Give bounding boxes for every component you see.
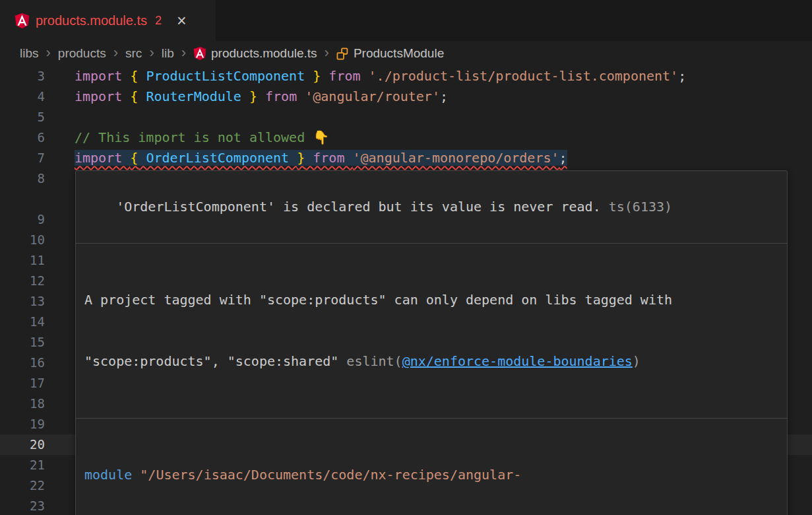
line-number[interactable]: 18 xyxy=(0,394,45,414)
chevron-right-icon: › xyxy=(46,46,51,60)
breadcrumb-item-symbol[interactable]: ProductsModule xyxy=(354,46,444,61)
line-number[interactable]: 10 xyxy=(0,230,45,250)
eslint-rule-link[interactable]: @nx/enforce-module-boundaries xyxy=(402,353,633,369)
module-info: module "/Users/isaac/Documents/code/nx-r… xyxy=(76,419,787,515)
breadcrumb-item-lib[interactable]: lib xyxy=(162,46,174,61)
line-number[interactable]: 7 xyxy=(0,148,45,168)
line-number[interactable]: 19 xyxy=(0,414,45,434)
line-number[interactable]: 14 xyxy=(0,312,45,332)
module-keyword: module xyxy=(84,467,140,483)
eslint-text-line2: "scope:products", "scope:shared" xyxy=(84,353,346,369)
breadcrumb-item-src[interactable]: src xyxy=(125,46,142,61)
line-number[interactable]: 11 xyxy=(0,250,45,271)
line-number[interactable]: 4 xyxy=(0,86,45,107)
diagnostic-ts-message: 'OrderListComponent' is declared but its… xyxy=(76,171,787,243)
code-line[interactable]: 7import { OrderListComponent } from '@an… xyxy=(0,148,812,168)
line-number[interactable]: 23 xyxy=(0,496,45,515)
chevron-right-icon: › xyxy=(325,46,329,60)
code-content: // This import is not allowed 👇 xyxy=(75,127,812,148)
diagnostic-eslint-message: A project tagged with "scope:products" c… xyxy=(76,244,787,418)
chevron-right-icon: › xyxy=(113,46,118,60)
line-number[interactable]: 21 xyxy=(0,455,45,475)
code-content: import { OrderListComponent } from '@ang… xyxy=(75,148,812,168)
line-number[interactable] xyxy=(0,189,45,209)
line-number[interactable]: 13 xyxy=(0,291,45,312)
line-number[interactable]: 15 xyxy=(0,332,45,353)
error-squiggle: import { OrderListComponent } from '@ang… xyxy=(75,150,567,166)
line-number[interactable]: 8 xyxy=(0,168,45,189)
diagnostic-text: 'OrderListComponent' is declared but its… xyxy=(116,199,601,215)
code-content: import { RouterModule } from '@angular/r… xyxy=(75,86,812,107)
line-number[interactable]: 3 xyxy=(0,66,45,86)
line-number[interactable]: 6 xyxy=(0,127,45,148)
line-number[interactable]: 22 xyxy=(0,475,45,496)
breadcrumb-item-file[interactable]: products.module.ts xyxy=(211,46,317,61)
breadcrumb-item-products[interactable]: products xyxy=(58,46,106,61)
chevron-right-icon: › xyxy=(149,46,154,60)
diagnostic-code: ts(6133) xyxy=(601,199,672,215)
tab-products-module[interactable]: products.module.ts 2 × xyxy=(0,0,216,41)
eslint-source-close: ) xyxy=(633,353,640,369)
angular-icon xyxy=(15,13,30,29)
breadcrumb-item-libs[interactable]: libs xyxy=(20,46,39,61)
tab-label: products.module.ts xyxy=(36,13,147,28)
tab-bar: products.module.ts 2 × xyxy=(0,0,812,41)
code-line[interactable]: 6// This import is not allowed 👇 xyxy=(0,127,812,148)
hover-widget: 'OrderListComponent' is declared but its… xyxy=(75,170,788,515)
line-number[interactable]: 16 xyxy=(0,353,45,373)
line-number[interactable]: 17 xyxy=(0,373,45,394)
code-line[interactable]: 3import { ProductListComponent } from '.… xyxy=(0,66,812,86)
close-icon[interactable]: × xyxy=(177,13,187,29)
line-number[interactable]: 12 xyxy=(0,271,45,291)
line-number[interactable]: 5 xyxy=(0,107,45,127)
line-number[interactable]: 20 xyxy=(0,434,45,455)
code-line[interactable]: 5 xyxy=(0,107,812,127)
code-line[interactable]: 4import { RouterModule } from '@angular/… xyxy=(0,86,812,107)
eslint-text-line1: A project tagged with "scope:products" c… xyxy=(84,292,672,308)
code-content xyxy=(75,107,812,127)
module-path-line1: "/Users/isaac/Documents/code/nx-recipes/… xyxy=(140,467,521,483)
tab-problems-badge: 2 xyxy=(155,14,162,28)
class-symbol-icon xyxy=(336,48,349,60)
breadcrumb: libs › products › src › lib › products.m… xyxy=(0,41,812,66)
angular-icon xyxy=(193,46,206,61)
chevron-right-icon: › xyxy=(181,46,186,60)
code-content: import { ProductListComponent } from './… xyxy=(75,66,812,86)
eslint-source: eslint( xyxy=(346,353,402,369)
line-number[interactable]: 9 xyxy=(0,209,45,230)
